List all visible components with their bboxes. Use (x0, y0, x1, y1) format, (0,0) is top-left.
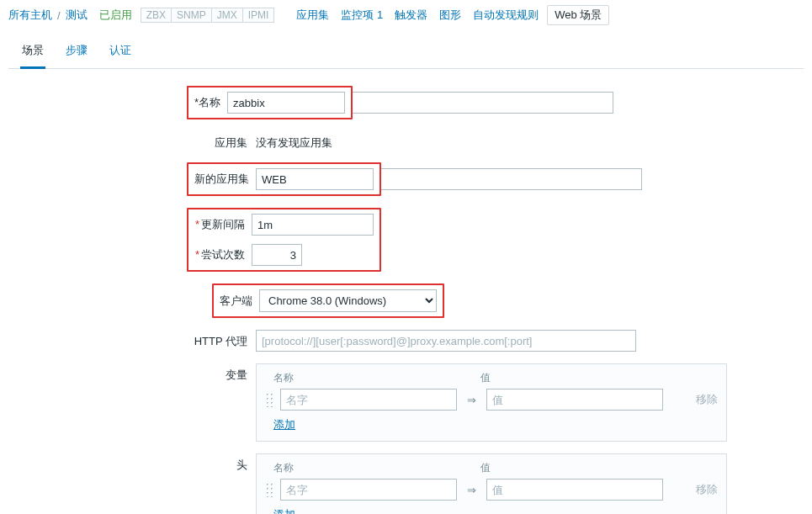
variables-box: 名称 值 ⇒ 移除 添加 (256, 363, 727, 442)
variables-label: 变量 (226, 368, 247, 381)
chip-snmp[interactable]: SNMP (171, 8, 212, 23)
header-remove-link[interactable]: 移除 (696, 482, 718, 497)
top-navbar: 所有主机 / 测试 已启用 ZBX SNMP JMX IPMI 应用集 监控项 … (0, 0, 812, 25)
headers-label: 头 (236, 458, 247, 471)
arrow-icon: ⇒ (464, 484, 480, 496)
retries-input[interactable] (252, 244, 302, 266)
app-label: 应用集 (215, 136, 247, 149)
proxy-label: HTTP 代理 (194, 335, 247, 347)
name-input-inside-highlight[interactable] (227, 92, 345, 114)
variable-name-input[interactable] (280, 389, 457, 411)
variable-remove-link[interactable]: 移除 (696, 392, 718, 407)
nav-web-scenarios[interactable]: Web 场景 (547, 5, 609, 25)
breadcrumb-host[interactable]: 测试 (66, 8, 88, 23)
breadcrumb-all-hosts[interactable]: 所有主机 (8, 8, 52, 23)
scenario-form: *名称 应用集 没有发现应用集 新的应用集 *更新间隔 (0, 69, 812, 514)
headers-box: 名称 值 ⇒ 移除 添加 (256, 453, 727, 514)
highlight-name: *名称 (187, 86, 353, 119)
nav-graphs[interactable]: 图形 (436, 6, 464, 24)
tab-scenario[interactable]: 场景 (20, 38, 45, 69)
newapp-input-left[interactable] (256, 168, 374, 190)
tabs: 场景 步骤 认证 (8, 37, 804, 69)
variables-col-name: 名称 (265, 371, 460, 385)
variable-add-link[interactable]: 添加 (273, 418, 295, 431)
chip-jmx[interactable]: JMX (211, 8, 243, 23)
host-status: 已启用 (99, 8, 132, 23)
agent-label: 客户端 (220, 294, 252, 309)
nav-applications[interactable]: 应用集 (293, 6, 332, 24)
newapp-label: 新的应用集 (194, 172, 249, 187)
retries-label: 尝试次数 (201, 248, 245, 261)
app-none-text: 没有发现应用集 (256, 131, 332, 151)
variable-value-input[interactable] (486, 389, 663, 411)
chip-zbx[interactable]: ZBX (141, 8, 172, 23)
variables-row: ⇒ 移除 (265, 389, 718, 411)
arrow-icon: ⇒ (464, 394, 480, 406)
tab-auth[interactable]: 认证 (108, 38, 133, 69)
proxy-input[interactable] (256, 330, 636, 352)
headers-col-value: 值 (460, 461, 491, 475)
nav-triggers[interactable]: 触发器 (391, 6, 431, 24)
header-name-input[interactable] (280, 479, 457, 501)
nav-discovery[interactable]: 自动发现规则 (470, 6, 542, 24)
breadcrumb-separator: / (57, 9, 61, 22)
name-label: 名称 (199, 96, 220, 109)
drag-handle-icon[interactable] (265, 392, 273, 407)
agent-select[interactable]: Chrome 38.0 (Windows) (259, 289, 437, 312)
highlight-newapp: 新的应用集 (187, 162, 381, 196)
highlight-interval-retries: *更新间隔 *尝试次数 (187, 208, 381, 272)
newapp-input[interactable] (381, 168, 642, 190)
name-input[interactable] (353, 92, 613, 114)
variables-col-value: 值 (460, 371, 491, 385)
header-value-input[interactable] (486, 479, 663, 501)
drag-handle-icon[interactable] (265, 482, 273, 497)
interval-label: 更新间隔 (201, 218, 245, 231)
header-add-link[interactable]: 添加 (273, 508, 295, 514)
tab-steps[interactable]: 步骤 (64, 38, 89, 69)
chip-ipmi[interactable]: IPMI (242, 8, 275, 23)
highlight-agent: 客户端 Chrome 38.0 (Windows) (212, 283, 444, 318)
interval-input[interactable] (252, 214, 374, 236)
nav-items[interactable]: 监控项 1 (337, 6, 386, 24)
headers-col-name: 名称 (265, 461, 460, 475)
headers-row: ⇒ 移除 (265, 479, 718, 501)
